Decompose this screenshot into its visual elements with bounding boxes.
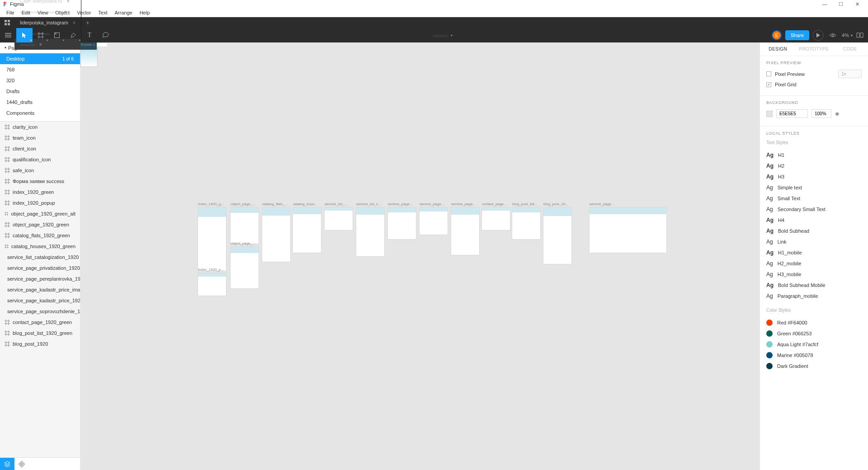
close-icon[interactable]: × — [39, 42, 42, 47]
user-avatar[interactable]: E — [772, 30, 782, 40]
page-item[interactable]: Desktop1 of 6 — [0, 53, 80, 64]
canvas-frame[interactable]: object_page_... — [231, 207, 259, 244]
text-style-item[interactable]: AgSimple text — [766, 182, 862, 193]
text-style-item[interactable]: AgH3_mobile — [766, 269, 862, 280]
canvas-frame[interactable]: index_1920_p... — [198, 273, 226, 296]
eye-icon[interactable]: ◉ — [835, 111, 840, 117]
page-item[interactable]: 1440_drafts — [0, 97, 80, 108]
canvas-frame[interactable]: service_list_c... — [356, 207, 384, 256]
canvas-frame[interactable]: blog_post_19... — [543, 207, 571, 264]
text-style-item[interactable]: AgParagraph_mobile — [766, 291, 862, 301]
menu-arrange[interactable]: Arrange — [111, 9, 136, 16]
text-style-item[interactable]: AgLink — [766, 236, 862, 247]
pixel-preview-checkbox[interactable] — [766, 71, 771, 76]
frame-label[interactable]: index_1920_p... — [198, 268, 224, 272]
move-tool-button[interactable]: ▾ — [16, 28, 33, 42]
new-tab-button[interactable]: + — [81, 19, 94, 26]
layer-item[interactable]: contact_page_1920_green — [0, 317, 80, 328]
hamburger-menu-button[interactable] — [0, 28, 16, 42]
window-minimize-button[interactable]: — — [816, 0, 833, 8]
background-swatch[interactable] — [766, 111, 773, 117]
text-tool-button[interactable]: T — [81, 28, 98, 42]
color-style-item[interactable]: Green #066253 — [766, 328, 862, 339]
layer-item[interactable]: service_list_catalogization_1920 — [0, 252, 80, 263]
text-style-item[interactable]: AgH3 — [766, 171, 862, 182]
frame-label[interactable]: service_list_... — [325, 202, 348, 206]
canvas-frame[interactable]: catalog_flats_... — [262, 207, 290, 262]
close-icon[interactable]: × — [67, 0, 70, 4]
frame-label[interactable]: service_page... — [420, 202, 444, 206]
comment-tool-button[interactable] — [98, 28, 114, 42]
layers-tab-button[interactable] — [0, 458, 14, 470]
tab-code[interactable]: CODE — [832, 47, 868, 52]
text-style-item[interactable]: AgH1_mobile — [766, 247, 862, 258]
pixel-preview-scale[interactable] — [838, 70, 862, 78]
layer-item[interactable]: service_page_kadastr_price_imac_... — [0, 284, 80, 295]
background-opacity-input[interactable] — [811, 109, 831, 118]
layer-item[interactable]: service_page_kadastr_price_1920_... — [0, 295, 80, 306]
text-style-item[interactable]: AgBold Subhead Mobile — [766, 280, 862, 291]
layer-item[interactable]: service_page_privatization_1920 — [0, 263, 80, 273]
canvas-frame[interactable]: service_page... — [451, 207, 479, 255]
menu-help[interactable]: Help — [136, 9, 154, 16]
canvas[interactable]: ◈ Фо... ◈ Гл... Ро... Квар... Дома Форма… — [80, 42, 760, 470]
layer-item[interactable]: catalog_houses_1920_green — [0, 241, 80, 252]
frame-label[interactable]: catalog_hous... — [293, 202, 317, 206]
text-style-item[interactable]: AgH4 — [766, 215, 862, 226]
assets-tab-button[interactable] — [14, 458, 29, 470]
text-style-item[interactable]: AgSecondary Small Text — [766, 204, 862, 215]
frame-label[interactable]: service_page_kadastr_price_imac_5120 — [590, 202, 617, 206]
close-icon[interactable]: × — [73, 20, 75, 25]
menu-text[interactable]: Text — [94, 9, 111, 16]
frame-label[interactable]: contact_page... — [482, 202, 507, 206]
layer-item[interactable]: index_1920_green — [0, 187, 80, 197]
layer-item[interactable]: blog_post_list_1920_green — [0, 328, 80, 338]
layer-item[interactable]: object_page_1920_green — [0, 219, 80, 230]
frame-label[interactable]: object_page_... — [231, 241, 255, 245]
library-icon[interactable] — [856, 33, 863, 38]
color-style-item[interactable]: Dark Gradient — [766, 361, 862, 371]
close-icon[interactable]: × — [64, 9, 67, 14]
chevron-down-icon[interactable]: ▾ — [451, 33, 453, 38]
color-style-item[interactable]: Marine #005078 — [766, 350, 862, 361]
layer-item[interactable]: index_1920_popup — [0, 197, 80, 208]
document-title[interactable]: ——— — [433, 33, 448, 38]
layer-item[interactable]: safe_icon — [0, 165, 80, 176]
color-style-item[interactable]: Aqua Light #7acfcf — [766, 339, 862, 350]
frame-tool-button[interactable]: ▾ — [33, 28, 49, 42]
canvas-frame[interactable]: object_page_... — [231, 247, 259, 288]
layer-item[interactable]: Форма заявки success — [0, 176, 80, 187]
tab-design[interactable]: DESIGN — [760, 47, 796, 52]
frame-label[interactable]: service_page... — [451, 202, 476, 206]
canvas-frame[interactable]: service_page_kadastr_price_imac_5120 — [590, 207, 666, 253]
frame-label[interactable]: index_1920_g... — [198, 202, 224, 206]
layer-item[interactable]: client_icon — [0, 143, 80, 154]
layer-item[interactable]: service_page_soprovozhdenie_1920 — [0, 306, 80, 317]
pen-tool-button[interactable]: ▾ — [65, 28, 81, 42]
page-item[interactable]: Components — [0, 108, 80, 118]
text-style-item[interactable]: AgSmall Text — [766, 193, 862, 204]
frame-label[interactable]: blog_post_list... — [512, 202, 538, 206]
pixel-grid-checkbox[interactable]: ✓ — [766, 82, 771, 87]
layer-item[interactable]: qualification_icon — [0, 154, 80, 165]
window-close-button[interactable]: ✕ — [849, 0, 865, 8]
text-style-item[interactable]: AgH2 — [766, 160, 862, 171]
page-item[interactable]: 320 — [0, 75, 80, 86]
canvas-frame[interactable]: service_page... — [388, 207, 416, 239]
share-button[interactable]: Share — [785, 30, 809, 40]
view-settings-button[interactable] — [827, 30, 838, 41]
canvas-frame[interactable]: catalog_hous... — [293, 207, 321, 253]
tab-prototype[interactable]: PROTOTYPE — [796, 47, 832, 52]
layer-item[interactable]: clarity_icon — [0, 122, 80, 132]
frame-label[interactable]: blog_post_19... — [543, 202, 568, 206]
color-style-item[interactable]: Red #F64000 — [766, 317, 862, 328]
canvas-frame[interactable]: blog_post_list... — [512, 207, 540, 239]
document-tab[interactable]: liderpoiska_instagram× — [14, 17, 81, 28]
frame-label[interactable]: object_page_... — [231, 202, 255, 206]
canvas-frame[interactable]: service_page... — [420, 207, 448, 235]
text-style-item[interactable]: AgH2_mobile — [766, 258, 862, 269]
text-style-item[interactable]: AgH1 — [766, 150, 862, 160]
background-hex-input[interactable] — [776, 109, 808, 118]
frame-label[interactable]: service_page... — [388, 202, 412, 206]
frame-label[interactable]: catalog_flats_... — [262, 202, 288, 206]
